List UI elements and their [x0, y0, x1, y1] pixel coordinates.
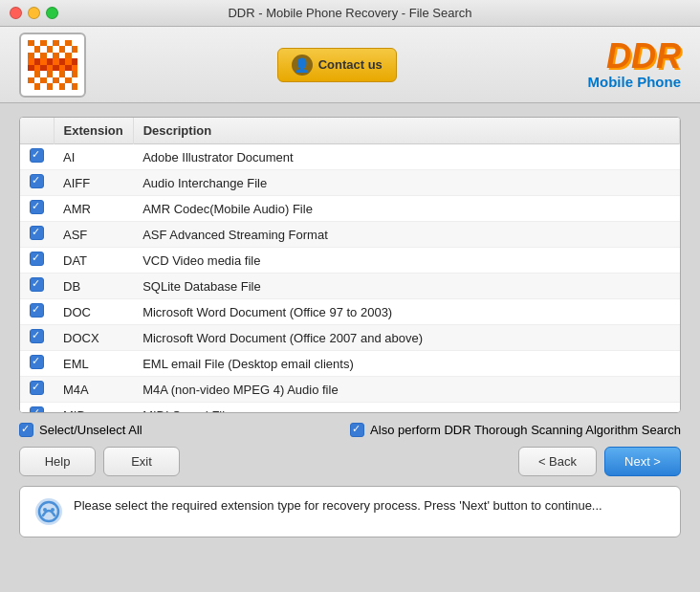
row-extension: M4A [54, 377, 133, 403]
help-button[interactable]: Help [19, 447, 96, 476]
row-description: Microsoft Word Document (Office 97 to 20… [133, 299, 679, 325]
main-wrapper: Extension Description AIAdobe Illustrato… [0, 103, 700, 592]
row-checkbox[interactable] [20, 170, 54, 196]
table-row: DOCXMicrosoft Word Document (Office 2007… [20, 325, 680, 351]
next-button[interactable]: Next > [604, 447, 681, 476]
checkbox-checked[interactable] [30, 277, 44, 292]
table-row: DATVCD Video media file [20, 248, 680, 274]
checkbox-checked[interactable] [30, 381, 44, 395]
close-button[interactable] [10, 7, 22, 19]
row-extension: ASF [54, 222, 133, 248]
table-row: M4AM4A (non-video MPEG 4) Audio file [20, 377, 680, 403]
row-description: Adobe Illustrator Document [133, 144, 679, 170]
header: 👤 Contact us DDR Mobile Phone [0, 27, 700, 103]
buttons-row: Help Exit < Back Next > [19, 447, 681, 476]
svg-point-2 [43, 508, 47, 512]
bottom-controls: Select/Unselect All Also perform DDR Tho… [19, 423, 681, 437]
row-description: Microsoft Word Document (Office 2007 and… [133, 325, 679, 351]
row-description: EML email File (Desktop email clients) [133, 351, 679, 377]
contact-button[interactable]: 👤 Contact us [277, 48, 397, 82]
row-description: Audio Interchange File [133, 170, 679, 196]
row-checkbox[interactable] [20, 377, 54, 403]
row-checkbox[interactable] [20, 351, 54, 377]
maximize-button[interactable] [46, 7, 58, 19]
row-extension: EML [54, 351, 133, 377]
file-table-body: AIAdobe Illustrator DocumentAIFFAudio In… [20, 144, 680, 413]
exit-button[interactable]: Exit [103, 447, 180, 476]
row-extension: DOC [54, 299, 133, 325]
brand-sub: Mobile Phone [587, 74, 681, 90]
row-description: AMR Codec(Mobile Audio) File [133, 196, 679, 222]
table-row: AMRAMR Codec(Mobile Audio) File [20, 196, 680, 222]
row-description: ASF Advanced Streaming Format [133, 222, 679, 248]
status-icon [33, 496, 64, 527]
row-checkbox[interactable] [20, 403, 54, 413]
row-checkbox[interactable] [20, 196, 54, 222]
checkbox-checked[interactable] [30, 174, 44, 188]
window-title: DDR - Mobile Phone Recovery - File Searc… [228, 6, 471, 20]
also-scan-checkbox[interactable] [350, 423, 364, 437]
status-bar: Please select the required extension typ… [19, 486, 681, 537]
btn-group-right: < Back Next > [518, 447, 681, 476]
checkbox-checked[interactable] [30, 252, 44, 266]
row-checkbox[interactable] [20, 325, 54, 351]
checkbox-checked[interactable] [30, 303, 44, 318]
svg-point-3 [51, 508, 55, 512]
row-checkbox[interactable] [20, 222, 54, 248]
select-all-area: Select/Unselect All [19, 423, 142, 437]
row-checkbox[interactable] [20, 274, 54, 299]
status-text: Please select the required extension typ… [74, 496, 602, 515]
row-extension: DOCX [54, 325, 133, 351]
row-description: MIDI Sound File [133, 403, 679, 413]
select-all-label: Select/Unselect All [39, 423, 142, 437]
file-table-wrapper: Extension Description AIAdobe Illustrato… [19, 117, 681, 413]
also-scan-area: Also perform DDR Thorough Scanning Algor… [350, 423, 681, 437]
col-extension: Extension [54, 118, 133, 144]
table-row: DOCMicrosoft Word Document (Office 97 to… [20, 299, 680, 325]
file-table-scroll[interactable]: Extension Description AIAdobe Illustrato… [20, 118, 680, 412]
table-row: ASFASF Advanced Streaming Format [20, 222, 680, 248]
checkbox-checked[interactable] [30, 406, 44, 412]
checkbox-checked[interactable] [30, 355, 44, 369]
brand-area: DDR Mobile Phone [587, 39, 681, 90]
brand-ddr: DDR [587, 39, 681, 74]
row-extension: AMR [54, 196, 133, 222]
row-extension: AI [54, 144, 133, 170]
back-button[interactable]: < Back [518, 447, 597, 476]
contact-icon: 👤 [292, 55, 313, 76]
titlebar-buttons [10, 7, 58, 19]
titlebar: DDR - Mobile Phone Recovery - File Searc… [0, 0, 700, 27]
table-row: AIFFAudio Interchange File [20, 170, 680, 196]
file-table: Extension Description AIAdobe Illustrato… [20, 118, 680, 412]
col-checkbox [20, 118, 54, 144]
minimize-button[interactable] [28, 7, 40, 19]
table-row: DBSQLite Database File [20, 274, 680, 299]
also-scan-label: Also perform DDR Thorough Scanning Algor… [370, 423, 681, 437]
logo-checkerboard [28, 40, 77, 90]
col-description: Description [133, 118, 679, 144]
checkbox-checked[interactable] [30, 329, 44, 343]
checkbox-checked[interactable] [30, 200, 44, 214]
table-row: AIAdobe Illustrator Document [20, 144, 680, 170]
contact-button-label: Contact us [318, 57, 383, 72]
row-checkbox[interactable] [20, 144, 54, 170]
row-description: M4A (non-video MPEG 4) Audio file [133, 377, 679, 403]
row-description: SQLite Database File [133, 274, 679, 299]
row-extension: AIFF [54, 170, 133, 196]
main-content: Extension Description AIAdobe Illustrato… [0, 103, 700, 547]
checkbox-checked[interactable] [30, 148, 44, 163]
logo-box [19, 33, 86, 98]
table-row: MIDMIDI Sound File [20, 403, 680, 413]
row-extension: MID [54, 403, 133, 413]
btn-group-left: Help Exit [19, 447, 180, 476]
row-description: VCD Video media file [133, 248, 679, 274]
row-checkbox[interactable] [20, 248, 54, 274]
table-header-row: Extension Description [20, 118, 680, 144]
row-extension: DB [54, 274, 133, 299]
select-all-checkbox[interactable] [19, 423, 33, 437]
checkbox-checked[interactable] [30, 226, 44, 240]
row-extension: DAT [54, 248, 133, 274]
table-row: EMLEML email File (Desktop email clients… [20, 351, 680, 377]
row-checkbox[interactable] [20, 299, 54, 325]
